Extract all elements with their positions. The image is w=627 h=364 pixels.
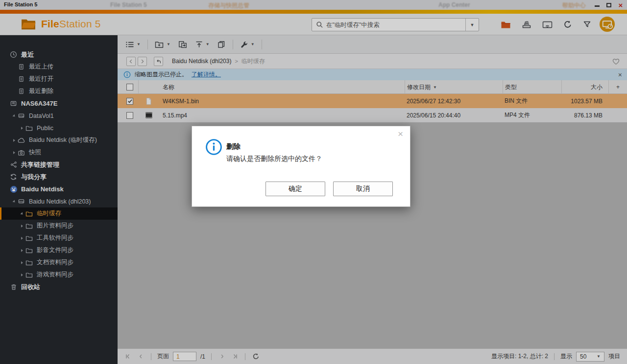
confirm-button[interactable]: 确定 bbox=[265, 182, 325, 196]
screen: File Station 5 File Station 5存储与快照总管App … bbox=[0, 0, 627, 364]
delete-confirm-dialog: × 删除 请确认是否删除所选中的文件？ 确定 取消 bbox=[192, 126, 410, 207]
cancel-button[interactable]: 取消 bbox=[333, 182, 393, 196]
dialog-message: 请确认是否删除所选中的文件？ bbox=[226, 155, 322, 163]
dialog-info-icon bbox=[205, 138, 222, 157]
dialog-close-icon[interactable]: × bbox=[398, 129, 403, 138]
dialog-title: 删除 bbox=[226, 142, 241, 151]
